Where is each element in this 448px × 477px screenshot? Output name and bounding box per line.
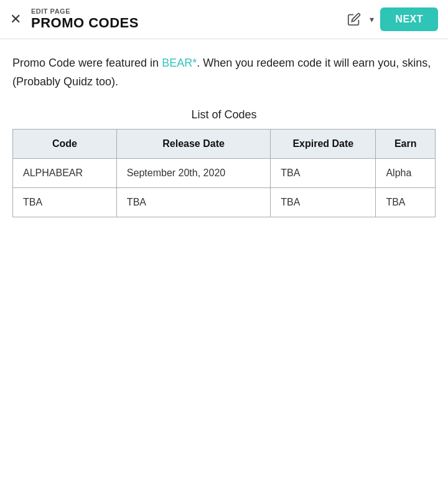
dropdown-arrow-button[interactable]: ▾ (368, 12, 375, 27)
cell-code: ALPHABEAR (13, 159, 117, 188)
header-actions: ▾ NEXT (345, 7, 438, 31)
edit-page-label: EDIT PAGE (31, 7, 345, 15)
chevron-down-icon: ▾ (370, 14, 374, 24)
cell-earn[interactable]: Alpha (376, 159, 436, 188)
cell-expired-date: TBA (271, 188, 376, 217)
cell-release-date: September 20th, 2020 (116, 159, 270, 188)
table-row: TBATBATBATBA (13, 188, 436, 217)
close-button[interactable]: ✕ (10, 12, 21, 26)
edit-icon-button[interactable] (345, 10, 363, 29)
table-row: ALPHABEARSeptember 20th, 2020TBAAlpha (13, 159, 436, 188)
header: ✕ EDIT PAGE PROMO CODES ▾ NEXT (0, 0, 448, 39)
cell-release-date: TBA (116, 188, 270, 217)
page-title: PROMO CODES (31, 15, 345, 31)
header-title-block: EDIT PAGE PROMO CODES (31, 7, 345, 31)
next-button[interactable]: NEXT (380, 7, 438, 31)
cell-expired-date: TBA (271, 159, 376, 188)
content-area: Promo Code were featured in BEAR*. When … (0, 39, 448, 230)
pencil-icon (347, 12, 361, 26)
description-text: Promo Code were featured in BEAR*. When … (12, 54, 436, 91)
table-header-row: Code Release Date Expired Date Earn (13, 130, 436, 159)
col-header-release-date: Release Date (116, 130, 270, 159)
cell-earn: TBA (376, 188, 436, 217)
brand-link[interactable]: BEAR* (162, 57, 197, 69)
codes-table: Code Release Date Expired Date Earn ALPH… (12, 129, 436, 217)
table-section: List of Codes Code Release Date Expired … (12, 108, 436, 217)
description-before: Promo Code were featured in (12, 57, 162, 69)
col-header-expired-date: Expired Date (271, 130, 376, 159)
col-header-code: Code (13, 130, 117, 159)
table-title: List of Codes (12, 108, 436, 121)
cell-code: TBA (13, 188, 117, 217)
col-header-earn: Earn (376, 130, 436, 159)
